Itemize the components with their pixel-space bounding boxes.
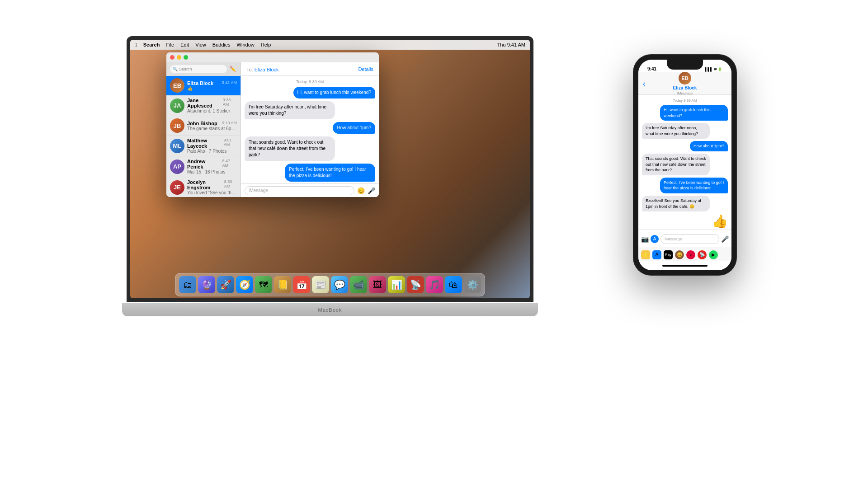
iphone-back-button[interactable]: ‹	[643, 79, 646, 88]
emoji-button[interactable]: 😊	[357, 187, 365, 194]
iphone-date-label: Today 9:39 AM	[642, 99, 728, 103]
avatar-andrew: AP	[170, 160, 184, 174]
iphone-app-icons-bar: ⭐ A Pay 😊 ♪ 📡 ▶	[638, 248, 731, 261]
iphone-appstore-button[interactable]: A	[651, 235, 659, 243]
traffic-lights	[170, 55, 188, 60]
conversation-item-jocelyn[interactable]: JE Jocelyn Engstrom 8:30 AM You loved "S…	[166, 177, 241, 197]
conv-name-jane: Jane Appleseed 9:38 AM	[187, 98, 237, 108]
menu-help[interactable]: Help	[261, 42, 271, 47]
maximize-button[interactable]	[184, 55, 188, 60]
chat-date: Today, 9:39 AM	[245, 80, 375, 84]
iphone-app-spotify[interactable]: ▶	[709, 250, 718, 259]
dock-maps[interactable]: 🗺	[255, 276, 272, 293]
dock-calendar[interactable]: 📅	[293, 276, 310, 293]
dock-launchpad[interactable]: 🚀	[217, 276, 234, 293]
dock-news[interactable]: 📰	[312, 276, 329, 293]
menu-file[interactable]: File	[166, 42, 174, 47]
avatar-jocelyn: JE	[170, 180, 184, 195]
chat-area: To: Eliza Block Details Today, 9:39 AM H…	[241, 62, 379, 197]
conv-name-eliza: Eliza Block 9:41 AM	[187, 80, 237, 86]
macbook:  Search File Edit View Buddies Window H…	[122, 36, 538, 316]
iphone-screen: 9:41 ▌▌▌ ≋ 🔋 ‹ EB Eliza Block iMessage T…	[638, 60, 731, 270]
menu-items: File Edit View Buddies Window Help	[166, 42, 271, 47]
details-button[interactable]: Details	[358, 66, 373, 72]
dock-safari[interactable]: 🧭	[236, 276, 253, 293]
imessage-input[interactable]: iMessage	[245, 186, 354, 195]
window-content: 🔍 Search ✏️ EB Eliz	[166, 62, 379, 197]
avatar-john: JB	[170, 118, 184, 133]
iphone-notch	[667, 60, 703, 70]
iphone-msg-3: How about 1pm?	[690, 141, 728, 151]
conv-info-jocelyn: Jocelyn Engstrom 8:30 AM You loved "See …	[187, 179, 237, 195]
conv-info-matthew: Matthew Laycock 9:01 AM Palo Alto · 7 Ph…	[187, 138, 237, 154]
chat-messages: Today, 9:39 AM Hi, want to grab lunch th…	[241, 76, 379, 183]
dock-siri[interactable]: 🔮	[198, 276, 215, 293]
message-bubble-4: That sounds good. Want to check out that…	[245, 136, 335, 161]
dock-photos[interactable]: 🖼	[369, 276, 386, 293]
dock-facetime[interactable]: 📹	[350, 276, 367, 293]
iphone-emoji-msg: 👍	[712, 214, 728, 229]
iphone: 9:41 ▌▌▌ ≋ 🔋 ‹ EB Eliza Block iMessage T…	[633, 54, 737, 276]
dock: 🗂 🔮 🚀 🧭 🗺 📒 📅 📰 💬 📹 🖼 📊 📡 🎵 🛍 ⚙️	[175, 273, 485, 296]
sidebar-search-bar: 🔍 Search ✏️	[166, 62, 241, 76]
avatar-eliza: EB	[170, 78, 184, 93]
message-row-3: How about 1pm?	[245, 122, 375, 134]
conversation-item-john[interactable]: JB John Bishop 9:10 AM The game starts a…	[166, 116, 241, 136]
search-box[interactable]: 🔍 Search	[170, 65, 227, 73]
dock-notes[interactable]: 📒	[274, 276, 291, 293]
dock-finder[interactable]: 🗂	[179, 276, 196, 293]
menu-view[interactable]: View	[195, 42, 206, 47]
iphone-camera-button[interactable]: 📷	[641, 235, 649, 243]
home-bar	[662, 265, 708, 267]
conv-name-jocelyn: Jocelyn Engstrom 8:30 AM	[187, 179, 237, 190]
close-button[interactable]	[170, 55, 175, 60]
dock-music[interactable]: 🎵	[426, 276, 443, 293]
apple-menu-icon[interactable]: 	[135, 42, 137, 48]
dock-messages[interactable]: 💬	[331, 276, 348, 293]
iphone-app-pay[interactable]: Pay	[664, 250, 673, 259]
menubar-time: Thu 9:41 AM	[497, 42, 525, 47]
minimize-button[interactable]	[177, 55, 181, 60]
message-bubble-5: Perfect, I've been wanting to go! I hear…	[285, 164, 375, 182]
dock-numbers[interactable]: 📊	[388, 276, 405, 293]
message-bubble-1: Hi, want to grab lunch this weekend?	[293, 87, 375, 99]
message-row-1: Hi, want to grab lunch this weekend?	[245, 87, 375, 99]
dock-system[interactable]: ⚙️	[464, 276, 481, 293]
dock-news-red[interactable]: 📡	[407, 276, 424, 293]
audio-button[interactable]: 🎤	[368, 187, 375, 194]
iphone-mic-button[interactable]: 🎤	[721, 235, 729, 243]
iphone-home-indicator	[638, 261, 731, 270]
iphone-avatar: EB	[679, 72, 691, 84]
iphone-app-memoji[interactable]: ⭐	[641, 250, 650, 259]
conv-name-john: John Bishop 9:10 AM	[187, 121, 237, 126]
iphone-imessage-label: iMessage	[677, 91, 693, 95]
menu-window[interactable]: Window	[237, 42, 255, 47]
search-placeholder: Search	[179, 67, 192, 71]
macbook-screen:  Search File Edit View Buddies Window H…	[130, 40, 530, 298]
conversation-item-andrew[interactable]: AP Andrew Penick 8:47 AM Mar 15 · 16 Pho…	[166, 156, 241, 177]
menubar-right: Thu 9:41 AM	[497, 42, 525, 47]
message-row-5: Perfect, I've been wanting to go! I hear…	[245, 164, 375, 182]
iphone-message-input[interactable]: iMessage	[660, 234, 719, 244]
compose-button[interactable]: ✏️	[229, 65, 237, 73]
message-row-2: I'm free Saturday after noon, what time …	[245, 101, 375, 119]
to-label: To:	[246, 67, 255, 72]
conv-info-eliza: Eliza Block 9:41 AM 👍	[187, 80, 237, 91]
menu-buddies[interactable]: Buddies	[212, 42, 231, 47]
message-bubble-2: I'm free Saturday after noon, what time …	[245, 101, 335, 119]
conversation-list: EB Eliza Block 9:41 AM 👍	[166, 76, 241, 197]
iphone-app-store-icon[interactable]: A	[652, 250, 661, 259]
iphone-app-music2[interactable]: ♪	[686, 250, 695, 259]
conversation-item-jane[interactable]: JA Jane Appleseed 9:38 AM Attachment: 1 …	[166, 95, 241, 116]
conversation-item-eliza[interactable]: EB Eliza Block 9:41 AM 👍	[166, 76, 241, 95]
macbook-lid:  Search File Edit View Buddies Window H…	[127, 36, 533, 302]
conversations-sidebar: 🔍 Search ✏️ EB Eliz	[166, 62, 241, 197]
iphone-signal: ▌▌▌ ≋ 🔋	[705, 64, 722, 71]
menu-edit[interactable]: Edit	[180, 42, 189, 47]
iphone-app-memoji2[interactable]: 😊	[675, 250, 684, 259]
iphone-input-area: 📷 A iMessage 🎤	[638, 230, 731, 248]
avatar-matthew: ML	[170, 139, 184, 153]
conversation-item-matthew[interactable]: ML Matthew Laycock 9:01 AM Palo Alto · 7…	[166, 136, 241, 156]
iphone-app-red[interactable]: 📡	[698, 250, 707, 259]
dock-appstore[interactable]: 🛍	[445, 276, 462, 293]
